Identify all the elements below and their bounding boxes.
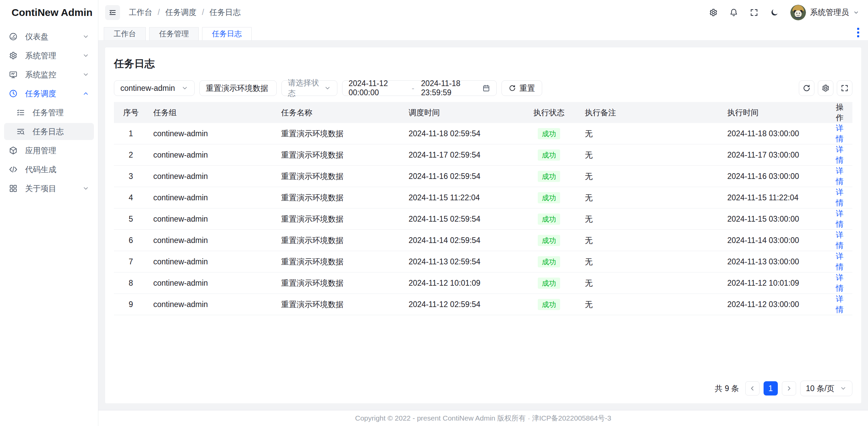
tab-task-management[interactable]: 任务管理 xyxy=(149,27,199,40)
status-badge: 成功 xyxy=(538,171,560,182)
detail-link[interactable]: 详情 xyxy=(836,230,844,250)
sidebar-item-task-log[interactable]: 任务日志 xyxy=(4,123,94,140)
sidebar-item-task-scheduling[interactable]: 任务调度 xyxy=(4,85,94,102)
table-row: 9continew-admin重置演示环境数据2024-11-12 02:59:… xyxy=(114,294,852,315)
sidebar-item-label: 应用管理 xyxy=(25,145,89,156)
avatar xyxy=(790,5,806,20)
sidebar-item-about-project[interactable]: 关于项目 xyxy=(4,180,94,197)
page-title: 任务日志 xyxy=(114,57,852,71)
detail-link[interactable]: 详情 xyxy=(836,209,844,228)
detail-link[interactable]: 详情 xyxy=(836,295,844,314)
fullscreen-icon xyxy=(841,84,849,92)
detail-link[interactable]: 详情 xyxy=(836,124,844,143)
task-name-input[interactable] xyxy=(199,80,277,96)
breadcrumb: 工作台 / 任务调度 / 任务日志 xyxy=(129,7,241,18)
status-badge: 成功 xyxy=(538,256,560,267)
sidebar-item-task-management[interactable]: 任务管理 xyxy=(4,104,94,121)
sidebar-item-system-monitor[interactable]: 系统监控 xyxy=(4,66,94,83)
detail-link[interactable]: 详情 xyxy=(836,252,844,271)
grid-icon xyxy=(9,184,18,193)
cell-schedule_time: 2024-11-12 02:59:54 xyxy=(403,294,518,315)
page-number-button[interactable]: 1 xyxy=(764,381,778,395)
column-header: 操作 xyxy=(827,102,852,123)
status-badge: 成功 xyxy=(538,128,560,139)
tab-task-log[interactable]: 任务日志 xyxy=(202,27,252,40)
tab-workbench[interactable]: 工作台 xyxy=(104,27,146,40)
user-menu[interactable]: 系统管理员 xyxy=(790,5,859,20)
cell-remark: 无 xyxy=(579,251,722,272)
cell-exec_time: 2024-11-12 10:01:09 xyxy=(722,272,827,294)
cell-schedule_time: 2024-11-15 02:59:54 xyxy=(403,208,518,230)
cell-status: 成功 xyxy=(518,208,579,230)
cell-action: 详情 xyxy=(827,187,852,208)
sidebar-item-label: 系统监控 xyxy=(25,69,75,80)
detail-link[interactable]: 详情 xyxy=(836,145,844,164)
cell-remark: 无 xyxy=(579,166,722,187)
breadcrumb-item-workbench[interactable]: 工作台 xyxy=(129,7,152,18)
status-select[interactable]: 请选择状态 xyxy=(281,80,337,96)
cell-action: 详情 xyxy=(827,208,852,230)
cell-no: 1 xyxy=(114,123,148,144)
detail-link[interactable]: 详情 xyxy=(836,188,844,207)
dark-mode-moon-icon[interactable] xyxy=(770,8,779,17)
clock-icon xyxy=(9,89,18,98)
sidebar-item-dashboard[interactable]: 仪表盘 xyxy=(4,28,94,45)
task-group-select[interactable]: continew-admin xyxy=(114,80,195,96)
column-header: 序号 xyxy=(114,102,148,123)
copyright-text: Copyright © 2022 - present ContiNew Admi… xyxy=(355,413,611,423)
cell-name: 重置演示环境数据 xyxy=(276,166,403,187)
settings-icon[interactable] xyxy=(709,8,718,17)
refresh-table-button[interactable] xyxy=(799,80,814,96)
detail-link[interactable]: 详情 xyxy=(836,273,844,292)
next-page-button[interactable] xyxy=(782,381,796,395)
cell-exec_time: 2024-11-14 03:00:00 xyxy=(722,230,827,251)
date-range-separator: - xyxy=(410,84,416,93)
sidebar-collapse-button[interactable] xyxy=(105,5,120,20)
table-row: 8continew-admin重置演示环境数据2024-11-12 10:01:… xyxy=(114,272,852,294)
table-row: 4continew-admin重置演示环境数据2024-11-15 11:22:… xyxy=(114,187,852,208)
cell-status: 成功 xyxy=(518,123,579,144)
cell-status: 成功 xyxy=(518,144,579,166)
cell-status: 成功 xyxy=(518,294,579,315)
cell-group: continew-admin xyxy=(148,208,276,230)
column-settings-button[interactable] xyxy=(818,80,833,96)
sidebar-item-app-management[interactable]: 应用管理 xyxy=(4,142,94,159)
cell-group: continew-admin xyxy=(148,294,276,315)
cell-exec_time: 2024-11-15 03:00:00 xyxy=(722,208,827,230)
pagination-total: 共 9 条 xyxy=(715,383,739,394)
cell-name: 重置演示环境数据 xyxy=(276,208,403,230)
column-header: 执行状态 xyxy=(518,102,579,123)
tab-more-icon[interactable] xyxy=(855,26,861,39)
sidebar-item-system-management[interactable]: 系统管理 xyxy=(4,47,94,64)
cell-schedule_time: 2024-11-17 02:59:54 xyxy=(403,144,518,166)
cell-exec_time: 2024-11-12 03:00:00 xyxy=(722,294,827,315)
previous-page-button[interactable] xyxy=(745,381,760,395)
task-group-select-value: continew-admin xyxy=(120,84,177,93)
content-area: 任务日志 continew-admin 请选择状态 2024-11-12 00:… xyxy=(98,41,868,410)
table-row: 3continew-admin重置演示环境数据2024-11-16 02:59:… xyxy=(114,166,852,187)
table-row: 1continew-admin重置演示环境数据2024-11-18 02:59:… xyxy=(114,123,852,144)
fullscreen-icon[interactable] xyxy=(750,8,758,17)
cell-no: 9 xyxy=(114,294,148,315)
reset-button[interactable]: 重置 xyxy=(501,80,542,96)
sidebar-item-label: 代码生成 xyxy=(25,164,89,175)
cell-remark: 无 xyxy=(579,123,722,144)
table-fullscreen-button[interactable] xyxy=(837,80,852,96)
app-logo[interactable]: ContiNew Admin xyxy=(0,0,98,25)
detail-link[interactable]: 详情 xyxy=(836,166,844,186)
cell-no: 5 xyxy=(114,208,148,230)
calendar-icon xyxy=(482,84,490,92)
page-size-select[interactable]: 10 条/页 xyxy=(800,381,852,396)
cube-icon xyxy=(9,146,18,155)
sidebar-item-code-generation[interactable]: 代码生成 xyxy=(4,161,94,178)
notification-bell-icon[interactable] xyxy=(729,8,738,17)
monitor-icon xyxy=(9,70,18,79)
sidebar: ContiNew Admin 仪表盘 系统管理 系统监控 任务调度 任务管理 xyxy=(0,0,98,426)
cell-group: continew-admin xyxy=(148,230,276,251)
breadcrumb-item-task-scheduling[interactable]: 任务调度 xyxy=(165,7,196,18)
cell-group: continew-admin xyxy=(148,123,276,144)
refresh-icon xyxy=(803,84,811,92)
breadcrumb-item-task-log[interactable]: 任务日志 xyxy=(210,7,241,18)
topbar: 工作台 / 任务调度 / 任务日志 系统管理员 xyxy=(98,0,868,25)
date-range-picker[interactable]: 2024-11-12 00:00:00 - 2024-11-18 23:59:5… xyxy=(342,80,497,96)
